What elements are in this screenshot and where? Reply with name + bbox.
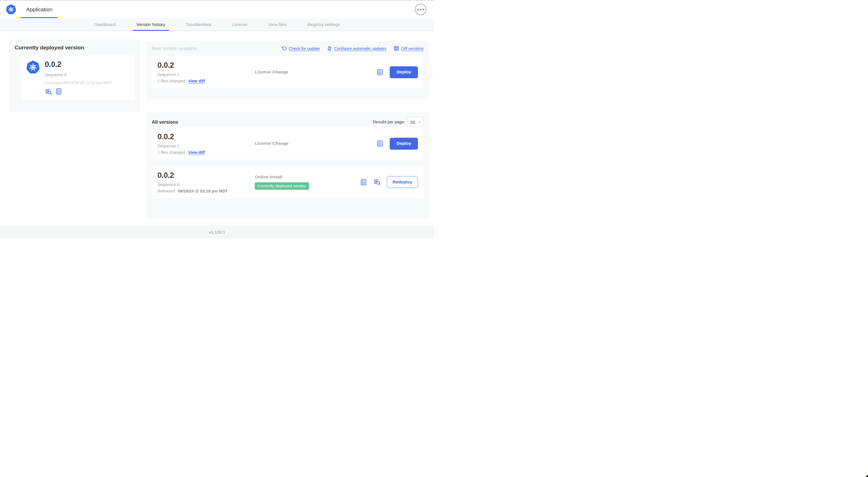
all-versions-title: All versions xyxy=(152,119,178,125)
app-title[interactable]: Application xyxy=(26,6,53,13)
release-notes-icon[interactable] xyxy=(373,178,381,186)
tab-troubleshoot[interactable]: Troubleshoot xyxy=(182,18,215,31)
tab-dashboard[interactable]: Dashboard xyxy=(90,18,120,31)
view-diff-link[interactable]: View diff xyxy=(188,79,205,83)
tab-version-history[interactable]: Version history xyxy=(133,18,169,31)
main-nav: Dashboard Version history Troubleshoot L… xyxy=(0,18,434,31)
console-version: v1.109.3 xyxy=(209,230,225,235)
released-timestamp: 08/29/24 @ 03:18 pm MDT xyxy=(178,189,228,193)
version-row-sequence-1: 0.0.2 Sequence 1 1 files changed View di… xyxy=(152,127,424,160)
all-versions-panel: All versions Results per page: 20 0.0.2 … xyxy=(147,112,429,218)
version-number: 0.0.2 xyxy=(157,171,255,180)
results-per-page-label: Results per page: xyxy=(373,120,405,124)
content: Currently deployed version 0.0.2 Sequenc… xyxy=(0,31,434,226)
results-per-page-select[interactable]: 20 xyxy=(407,117,424,127)
diff-versions-link[interactable]: Diff versions xyxy=(394,46,424,51)
refresh-icon xyxy=(282,46,287,51)
check-for-update-link[interactable]: Check for update xyxy=(282,46,320,51)
app-footer: v1.109.3 xyxy=(0,226,434,239)
version-sequence: Sequence 1 xyxy=(157,144,255,148)
chevron-down-icon xyxy=(418,120,421,124)
redeploy-button[interactable]: Redeploy xyxy=(387,176,418,188)
overflow-menu-button[interactable] xyxy=(415,4,426,15)
released-label: Released xyxy=(157,189,175,193)
version-number: 0.0.2 xyxy=(157,61,255,70)
kubernetes-icon xyxy=(26,60,40,74)
preflight-checks-icon[interactable] xyxy=(376,140,383,147)
files-changed: 1 files changed xyxy=(157,150,185,155)
version-row-sequence-0: 0.0.2 Sequence 0 Released 08/29/24 @ 03:… xyxy=(152,166,424,199)
deploy-button[interactable]: Deploy xyxy=(390,138,418,149)
diff-icon xyxy=(394,46,399,51)
release-notes-icon[interactable] xyxy=(45,88,52,95)
version-source: License Change xyxy=(255,69,376,74)
version-sequence: Sequence 0 xyxy=(157,182,255,187)
configure-automatic-updates-link[interactable]: Configure automatic updates xyxy=(327,46,386,51)
version-source: License Change xyxy=(255,141,376,146)
files-changed: 1 files changed xyxy=(157,79,185,83)
currently-deployed-card: 0.0.2 Sequence 0 Deployed 09/11/24 @ 11:… xyxy=(21,55,134,100)
kubernetes-logo-icon xyxy=(6,4,17,15)
version-sequence: Sequence 1 xyxy=(157,72,255,77)
deployed-timestamp: Deployed 09/11/24 @ 11:02 am MDT xyxy=(45,81,112,85)
new-version-panel: New version available Check for update xyxy=(147,41,429,99)
auto-update-clock-icon xyxy=(327,46,332,51)
deployed-version-number: 0.0.2 xyxy=(45,60,112,69)
preflight-checks-icon[interactable] xyxy=(55,88,62,95)
currently-deployed-panel: Currently deployed version 0.0.2 Sequenc… xyxy=(9,39,140,112)
preflight-checks-icon[interactable] xyxy=(360,179,367,186)
deployed-sequence: Sequence 0 xyxy=(45,72,112,77)
tab-license[interactable]: License xyxy=(228,18,251,31)
new-version-title: New version available xyxy=(152,46,197,51)
deploy-button[interactable]: Deploy xyxy=(390,66,418,78)
app-header: Application xyxy=(0,1,434,18)
view-diff-link[interactable]: View diff xyxy=(188,150,205,155)
tab-view-files[interactable]: View files xyxy=(265,18,291,31)
active-app-indicator xyxy=(21,17,58,18)
version-number: 0.0.2 xyxy=(157,132,255,141)
tab-registry-settings[interactable]: Registry settings xyxy=(304,18,344,31)
version-source: Online Install xyxy=(255,174,360,180)
new-version-card: 0.0.2 Sequence 1 1 files changed View di… xyxy=(152,56,424,88)
preflight-checks-icon[interactable] xyxy=(376,68,383,76)
ellipsis-icon xyxy=(417,9,419,10)
currently-deployed-title: Currently deployed version xyxy=(15,44,134,51)
currently-deployed-badge: Currently deployed version xyxy=(255,182,309,190)
